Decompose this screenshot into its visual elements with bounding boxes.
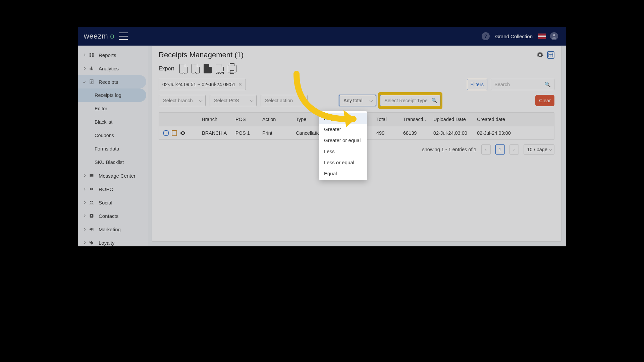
pos-select[interactable]: Select POS (210, 95, 257, 106)
col-pos[interactable]: POS (233, 113, 260, 125)
cell-pos: POS 1 (233, 127, 260, 139)
page-size-select[interactable]: 10 / page (524, 144, 554, 155)
sidebar-item-label: Contacts (99, 213, 118, 219)
search-placeholder: Search (494, 82, 510, 87)
sidebar-item-label: Marketing (99, 227, 121, 232)
export-label: Export (159, 66, 174, 72)
branch-select[interactable]: Select branch (159, 95, 206, 106)
dropdown-option[interactable]: Less or equal (319, 157, 367, 168)
megaphone-icon (89, 226, 95, 232)
sidebar-item-label: Reports (99, 52, 116, 58)
svg-rect-6 (91, 67, 92, 70)
infinity-icon (89, 186, 95, 192)
print-icon[interactable] (228, 65, 236, 72)
sidebar-item-message-center[interactable]: Message Center (78, 169, 148, 182)
brand-text: weezm (84, 32, 108, 41)
sidebar-item-reports[interactable]: Reports (78, 48, 148, 62)
sidebar-item-editor[interactable]: Editor (78, 102, 148, 115)
col-uploaded[interactable]: Uploaded Date (431, 113, 474, 125)
chat-icon (89, 173, 95, 179)
dropdown-option[interactable]: Greater or equal (319, 135, 367, 146)
gear-icon[interactable] (536, 51, 544, 59)
receipt-type-highlight: Select Receipt Type 🔍 (380, 95, 440, 106)
sidebar-item-label: Loyalty (99, 240, 115, 246)
org-name[interactable]: Grand Collection (495, 34, 533, 39)
total-select[interactable]: Any total (339, 95, 376, 106)
receipt-icon[interactable] (172, 130, 177, 136)
svg-rect-4 (92, 55, 94, 57)
sidebar-item-label: Receipts (99, 79, 118, 85)
sidebar-item-receipts[interactable]: Receipts (78, 75, 146, 88)
export-json-icon[interactable]: JSON (216, 64, 224, 73)
prev-page-button[interactable]: ‹ (481, 144, 491, 155)
dropdown-option[interactable]: Greater (319, 124, 367, 135)
export-xls-icon[interactable]: X (192, 64, 200, 73)
sidebar-item-analytics[interactable]: Analytics (78, 62, 148, 75)
sidebar-item-label: ROPO (99, 186, 113, 192)
brand-accent: o (110, 32, 114, 41)
search-icon: 🔍 (544, 81, 551, 87)
sidebar-sub-receipts: Receipts log Editor Blacklist Coupons Fo… (78, 88, 148, 169)
help-icon[interactable]: ? (482, 32, 490, 40)
sidebar-item-label: Social (99, 200, 112, 205)
sidebar-item-loyalty[interactable]: Loyalty (78, 236, 148, 249)
svg-rect-5 (90, 68, 91, 70)
sidebar-item-label: SKU Blacklist (95, 160, 124, 165)
sidebar-item-sku-blacklist[interactable]: SKU Blacklist (78, 156, 148, 169)
hamburger-icon[interactable] (119, 33, 128, 40)
pager-summary: showing 1 - 1 entries of 1 (422, 147, 477, 152)
cell-total: 499 (374, 127, 400, 139)
search-input[interactable]: Search 🔍 (491, 79, 554, 90)
sidebar-item-social[interactable]: Social (78, 196, 148, 209)
cell-uploaded: 02-Jul-24,03:00 (431, 127, 474, 139)
dropdown-option[interactable]: Any total (319, 113, 367, 124)
flag-icon[interactable] (538, 34, 546, 39)
col-branch[interactable]: Branch (199, 113, 233, 125)
sidebar-item-label: Receipts log (95, 93, 121, 98)
receipt-type-select[interactable]: Select Receipt Type 🔍 (380, 95, 440, 106)
sidebar-item-ropo[interactable]: ROPO (78, 182, 148, 196)
svg-point-12 (91, 215, 92, 216)
col-transaction[interactable]: Transaction (400, 113, 431, 125)
svg-point-0 (553, 34, 555, 36)
svg-rect-2 (92, 53, 94, 55)
svg-rect-1 (90, 53, 91, 55)
user-avatar-icon[interactable] (550, 32, 558, 40)
sidebar-item-contacts[interactable]: Contacts (78, 209, 148, 223)
export-pdf-icon[interactable]: A (179, 64, 187, 73)
cell-action: Print (260, 127, 293, 139)
tag-icon (89, 240, 95, 246)
svg-point-10 (92, 201, 93, 202)
page-number-button[interactable]: 1 (495, 144, 505, 155)
eye-icon[interactable] (180, 130, 186, 136)
svg-point-13 (90, 241, 91, 242)
sidebar-item-label: Forms data (95, 146, 119, 152)
layout-icon[interactable] (547, 51, 554, 59)
sidebar-item-label: Editor (95, 106, 107, 111)
receipt-icon (89, 79, 95, 85)
chevron-down-icon (301, 99, 305, 102)
clear-button[interactable]: Clear (535, 95, 554, 106)
sidebar-item-blacklist[interactable]: Blacklist (78, 115, 148, 129)
next-page-button[interactable]: › (509, 144, 519, 155)
export-file-icon[interactable] (204, 64, 212, 73)
sidebar-item-marketing[interactable]: Marketing (78, 223, 148, 236)
info-icon[interactable]: i (163, 130, 169, 136)
sidebar-item-receipts-log[interactable]: Receipts log (78, 88, 146, 102)
clear-date-icon[interactable]: ✕ (238, 82, 242, 87)
chart-icon (89, 65, 95, 71)
action-select[interactable]: Select action (261, 95, 308, 106)
dropdown-option[interactable]: Less (319, 146, 367, 157)
sidebar-item-label: Analytics (99, 66, 119, 71)
brand-logo: weezmo (84, 32, 114, 41)
dropdown-option[interactable]: Equal (319, 168, 367, 179)
col-action[interactable]: Action (260, 113, 293, 125)
date-range-chip[interactable]: 02-Jul-24 09:51 ~ 02-Jul-24 09:51 ✕ (159, 79, 246, 90)
sidebar-item-forms-data[interactable]: Forms data (78, 142, 148, 156)
svg-rect-3 (90, 55, 91, 57)
col-created[interactable]: Created date (474, 113, 528, 125)
sidebar-item-coupons[interactable]: Coupons (78, 129, 148, 142)
col-total[interactable]: Total (374, 113, 400, 125)
filters-button[interactable]: Filters (467, 79, 487, 90)
export-row: Export A X JSON (159, 64, 554, 73)
